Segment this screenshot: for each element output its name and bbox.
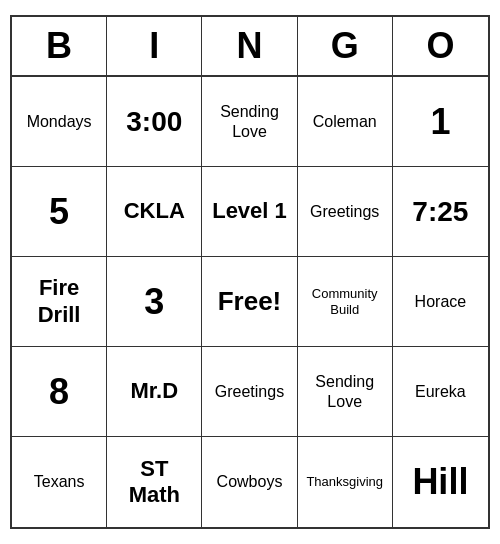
bingo-cell-3: Coleman	[298, 77, 393, 167]
bingo-cell-2: Sending Love	[202, 77, 297, 167]
bingo-cell-20: Texans	[12, 437, 107, 527]
bingo-header: BINGO	[12, 17, 488, 77]
bingo-cell-24: Hill	[393, 437, 488, 527]
header-letter-i: I	[107, 17, 202, 75]
header-letter-n: N	[202, 17, 297, 75]
bingo-cell-17: Greetings	[202, 347, 297, 437]
bingo-cell-23: Thanksgiving	[298, 437, 393, 527]
bingo-cell-18: Sending Love	[298, 347, 393, 437]
header-letter-o: O	[393, 17, 488, 75]
bingo-cell-15: 8	[12, 347, 107, 437]
bingo-cell-11: 3	[107, 257, 202, 347]
bingo-cell-19: Eureka	[393, 347, 488, 437]
bingo-cell-21: ST Math	[107, 437, 202, 527]
bingo-card: BINGO Mondays3:00Sending LoveColeman15CK…	[10, 15, 490, 529]
bingo-cell-13: Community Build	[298, 257, 393, 347]
header-letter-b: B	[12, 17, 107, 75]
header-letter-g: G	[298, 17, 393, 75]
bingo-cell-12: Free!	[202, 257, 297, 347]
bingo-cell-14: Horace	[393, 257, 488, 347]
bingo-cell-9: 7:25	[393, 167, 488, 257]
bingo-cell-22: Cowboys	[202, 437, 297, 527]
bingo-cell-1: 3:00	[107, 77, 202, 167]
bingo-cell-7: Level 1	[202, 167, 297, 257]
bingo-cell-8: Greetings	[298, 167, 393, 257]
bingo-cell-16: Mr.D	[107, 347, 202, 437]
bingo-cell-10: Fire Drill	[12, 257, 107, 347]
bingo-cell-5: 5	[12, 167, 107, 257]
bingo-cell-4: 1	[393, 77, 488, 167]
bingo-grid: Mondays3:00Sending LoveColeman15CKLALeve…	[12, 77, 488, 527]
bingo-cell-0: Mondays	[12, 77, 107, 167]
bingo-cell-6: CKLA	[107, 167, 202, 257]
